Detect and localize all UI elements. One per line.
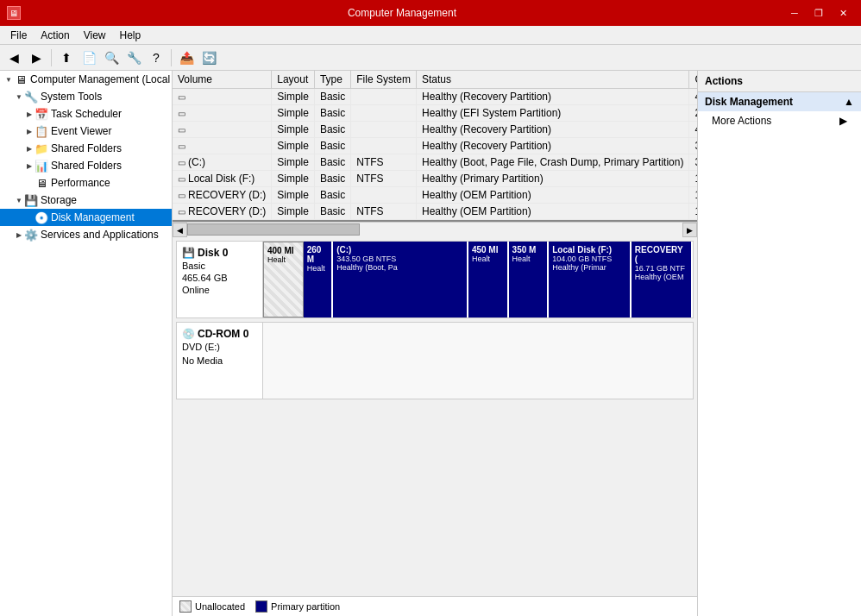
h-scroll-right[interactable]: ▶ — [682, 223, 697, 237]
restore-button[interactable]: ❐ — [808, 4, 830, 22]
cell-fs: NTFS — [351, 154, 417, 171]
cell-type: Basic — [314, 171, 350, 187]
table-row[interactable]: ▭ Simple Basic Healthy (Recovery Partiti… — [173, 89, 697, 105]
cell-layout: Simple — [272, 154, 315, 171]
cell-type: Basic — [314, 122, 350, 138]
tree-shared-folders[interactable]: ▶ 📁 Shared Folders — [0, 140, 172, 157]
servicesapps-icon: ⚙️ — [24, 228, 38, 242]
performance-icon: 📊 — [35, 159, 48, 173]
close-button[interactable]: ✕ — [832, 4, 854, 22]
disk-partition[interactable]: Local Disk (F:) 104.00 GB NTFSHealthy (P… — [549, 242, 632, 317]
content-area: Volume Layout Type File System Status Ca… — [173, 71, 697, 616]
tree-disk-management[interactable]: 💿 Disk Management — [0, 209, 172, 226]
menu-item-help[interactable]: Help — [113, 28, 148, 43]
disk-name: 💿 CD-ROM 0 — [182, 328, 257, 340]
tree-devicemgr-expand[interactable] — [24, 178, 35, 188]
disk-partition[interactable]: 350 M Healt — [509, 242, 550, 317]
toolbar-up[interactable]: ⬆ — [56, 47, 77, 68]
tree-diskmgmt-expand[interactable] — [24, 212, 35, 223]
cell-fs — [351, 138, 417, 154]
disk-partition[interactable]: 400 MI Healt — [263, 242, 304, 317]
tree-device-manager[interactable]: 🖥 Performance — [0, 174, 172, 192]
cell-fs — [351, 187, 417, 204]
actions-header: Actions — [698, 71, 861, 92]
tree-system-tools[interactable]: ▼ 🔧 System Tools — [0, 88, 172, 105]
disk-name: 💾 Disk 0 — [182, 247, 257, 259]
cell-fs — [351, 122, 417, 138]
tree-storage[interactable]: ▼ 💾 Storage — [0, 192, 172, 209]
cell-status: Healthy (Boot, Page File, Crash Dump, Pr… — [416, 154, 688, 171]
tree-services-apps[interactable]: ▶ ⚙️ Services and Applications — [0, 226, 172, 243]
actions-more-label: More Actions — [712, 115, 771, 127]
col-type[interactable]: Type — [314, 71, 350, 89]
table-row[interactable]: ▭RECOVERY (D:) Simple Basic NTFS Healthy… — [173, 204, 697, 220]
partition-name: 350 M — [512, 245, 537, 255]
tree-root[interactable]: ▼ 🖥 Computer Management (Local — [0, 71, 172, 88]
tree-storage-expand[interactable]: ▼ — [14, 195, 24, 205]
tree-task-scheduler[interactable]: ▶ 📅 Task Scheduler — [0, 105, 172, 123]
toolbar-refresh[interactable]: 🔄 — [198, 47, 219, 68]
disk-type: DVD (E:) — [182, 342, 257, 352]
tree-taskscheduler-expand[interactable]: ▶ — [24, 109, 35, 119]
table-row[interactable]: ▭RECOVERY (D:) Simple Basic Healthy (OEM… — [173, 187, 697, 204]
disk-partition[interactable]: 260 M Healt — [304, 242, 333, 317]
disk-info: 💿 CD-ROM 0 DVD (E:) No Media — [177, 323, 263, 399]
table-row[interactable]: ▭ Simple Basic Healthy (EFI System Parti… — [173, 105, 697, 122]
menu-item-action[interactable]: Action — [34, 28, 76, 43]
col-volume[interactable]: Volume — [173, 71, 272, 89]
main-layout: ▼ 🖥 Computer Management (Local ▼ 🔧 Syste… — [0, 71, 861, 616]
tree-eventviewer-expand[interactable]: ▶ — [24, 126, 35, 136]
cell-type: Basic — [314, 105, 350, 122]
cell-fs — [351, 105, 417, 122]
table-row[interactable]: ▭ Simple Basic Healthy (Recovery Partiti… — [173, 138, 697, 154]
h-scroll-area[interactable]: ◀ ▶ — [173, 222, 697, 237]
toolbar-export[interactable]: 📤 — [176, 47, 197, 68]
toolbar-properties[interactable]: 🔧 — [123, 47, 144, 68]
tree-performance[interactable]: ▶ 📊 Shared Folders — [0, 157, 172, 174]
col-filesystem[interactable]: File System — [351, 71, 417, 89]
h-scroll-thumb[interactable] — [187, 223, 360, 236]
tree-root-expand[interactable]: ▼ — [3, 74, 14, 85]
disk-visual-area: 💾 Disk 0 Basic 465.64 GB Online 400 MI H… — [173, 237, 697, 596]
col-layout[interactable]: Layout — [272, 71, 315, 89]
h-scroll-track[interactable] — [187, 223, 682, 237]
table-row[interactable]: ▭(C:) Simple Basic NTFS Healthy (Boot, P… — [173, 154, 697, 171]
toolbar-search[interactable]: 🔍 — [101, 47, 122, 68]
toolbar-forward[interactable]: ▶ — [26, 47, 47, 68]
tree-systemtools-expand[interactable]: ▼ — [14, 91, 24, 102]
actions-more-arrow: ▶ — [839, 115, 847, 127]
cell-status: Healthy (Recovery Partition) — [416, 122, 688, 138]
disk-size: 465.64 GB — [182, 273, 257, 283]
tree-taskscheduler-label: Task Scheduler — [51, 108, 122, 120]
col-cap[interactable]: Cap — [689, 71, 697, 89]
tree-performance-expand[interactable]: ▶ — [24, 160, 35, 171]
actions-diskmgmt-section[interactable]: Disk Management ▲ — [698, 92, 861, 111]
disk-partition[interactable]: (C:) 343.50 GB NTFSHealthy (Boot, Pa — [333, 242, 468, 317]
tree-devicemgr-label: Performance — [51, 177, 110, 189]
table-row[interactable]: ▭Local Disk (F:) Simple Basic NTFS Healt… — [173, 171, 697, 187]
title-bar-left: 🖥 — [7, 6, 21, 20]
tree-servicesapps-expand[interactable]: ▶ — [14, 229, 24, 240]
minimize-button[interactable]: ─ — [783, 4, 806, 22]
table-row[interactable]: ▭ Simple Basic Healthy (Recovery Partiti… — [173, 122, 697, 138]
h-scroll-left[interactable]: ◀ — [173, 223, 187, 237]
tree-sharedfolders-expand[interactable]: ▶ — [24, 143, 35, 154]
actions-diskmgmt-collapse[interactable]: ▲ — [844, 96, 854, 108]
toolbar-show-hide[interactable]: 📄 — [79, 47, 99, 68]
toolbar-help[interactable]: ? — [146, 47, 167, 68]
cell-layout: Simple — [272, 138, 315, 154]
menu-item-view[interactable]: View — [77, 28, 113, 43]
toolbar-back[interactable]: ◀ — [3, 47, 24, 68]
disk-empty-row — [263, 323, 693, 399]
col-status[interactable]: Status — [416, 71, 688, 89]
disk-partition[interactable]: 450 MI Healt — [468, 242, 509, 317]
tree-event-viewer[interactable]: ▶ 📋 Event Viewer — [0, 123, 172, 140]
actions-more-actions[interactable]: More Actions ▶ — [698, 111, 861, 130]
partition-name: 400 MI — [267, 246, 294, 255]
menu-item-file[interactable]: File — [3, 28, 34, 43]
cell-volume: ▭RECOVERY (D:) — [173, 187, 272, 204]
partition-detail: Healt — [267, 255, 286, 264]
cell-volume: ▭ — [173, 138, 272, 154]
disk-partition[interactable]: RECOVERY ( 16.71 GB NTFHealthy (OEM — [632, 242, 693, 317]
cell-type: Basic — [314, 187, 350, 204]
